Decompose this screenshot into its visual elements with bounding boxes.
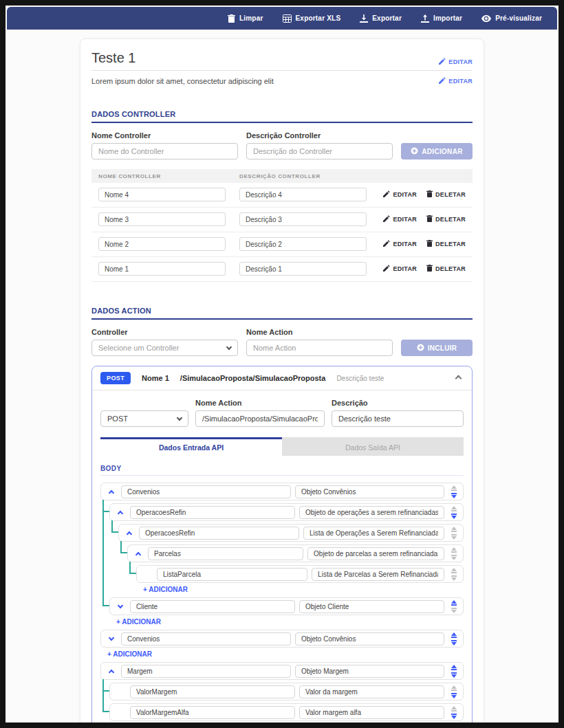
tree-node-row [136,565,464,583]
edit-title-label: EDITAR [448,58,473,65]
tree-node-desc-input[interactable] [299,706,444,719]
include-action-button[interactable]: INCLUIR [401,340,473,356]
delete-row-button[interactable]: DELETAR [426,265,466,273]
move-up-button[interactable] [451,600,457,606]
move-up-button[interactable] [451,632,457,638]
tree-node-name-input[interactable] [139,527,299,540]
row-desc-value[interactable] [239,212,367,226]
tree-add-link[interactable]: + ADICIONAR [143,586,188,593]
tree-node-name-input[interactable] [121,665,291,678]
row-desc-value[interactable] [239,237,367,251]
move-up-button[interactable] [451,665,457,670]
move-down-button[interactable] [451,608,457,613]
tab-dados-saida-api[interactable]: Dados Saída API [282,437,464,456]
move-down-button[interactable] [451,640,457,646]
tree-node-name-input[interactable] [121,485,291,498]
body-section-label: BODY [100,465,464,476]
edit-row-button[interactable]: EDITAR [383,190,417,199]
move-up-button[interactable] [451,485,457,491]
delete-row-button[interactable]: DELETAR [426,240,466,248]
delete-row-button[interactable]: DELETAR [426,190,466,199]
action-controller-label: Controller [91,328,238,336]
move-down-button[interactable] [451,534,457,540]
tree-node-desc-input[interactable] [299,506,444,519]
add-controller-button[interactable]: ADICIONAR [401,143,473,159]
move-up-button[interactable] [451,527,457,532]
tree-node-desc-input[interactable] [299,685,444,698]
controller-desc-input[interactable] [246,143,393,159]
edit-row-button[interactable]: EDITAR [383,240,417,248]
tree-node-desc-input[interactable] [312,568,444,581]
panel-description-input[interactable] [332,410,464,427]
chevron-up-icon[interactable] [455,375,462,382]
controller-name-label: Nome Controller [91,131,238,140]
expand-chevron-icon[interactable] [124,530,135,536]
tree-add-link[interactable]: + ADICIONAR [116,724,161,728]
tree-node-name-input[interactable] [121,632,291,646]
move-up-button[interactable] [451,706,457,712]
expand-chevron-icon[interactable] [106,668,117,674]
plus-circle-icon [417,344,424,353]
screenshot-frame: Limpar Exportar XLS Exportar Importar Pr… [0,0,564,728]
subtitle-row: Lorem ipsum dolor sit amet, consectetur … [91,77,473,85]
expand-chevron-icon[interactable] [115,509,126,516]
tree-node-desc-input[interactable] [295,665,444,678]
tab-dados-entrada-api[interactable]: Dados Entrada API [100,437,282,456]
row-name-value[interactable] [98,262,226,276]
edit-row-button[interactable]: EDITAR [383,215,417,223]
tree-node-name-input[interactable] [148,547,303,560]
move-down-button[interactable] [451,693,457,698]
delete-row-button[interactable]: DELETAR [426,215,466,223]
export-button[interactable]: Exportar [360,14,402,23]
tree-node-desc-input[interactable] [303,527,444,540]
row-desc-value[interactable] [239,188,367,201]
row-name-value[interactable] [98,212,226,226]
edit-title-button[interactable]: EDITAR [439,58,473,66]
panel-name-action-input[interactable] [195,410,325,427]
controller-table: NOME CONTROLLER DESCRIÇÃO CONTROLLER EDI… [91,169,473,282]
move-down-button[interactable] [451,493,457,498]
controller-name-input[interactable] [91,143,238,159]
edit-row-button[interactable]: EDITAR [383,265,417,273]
tree-node-desc-input[interactable] [299,600,444,613]
row-desc-value[interactable] [239,262,367,276]
export-xls-button[interactable]: Exportar XLS [283,14,341,23]
tree-node-row [127,544,464,562]
move-up-button[interactable] [451,685,457,691]
accordion-header[interactable]: POST Nome 1 /SimulacaoProposta/Simulacao… [92,366,472,390]
expand-chevron-icon[interactable] [115,605,126,608]
tree-node-name-input[interactable] [157,568,307,581]
method-select[interactable]: POST [100,410,188,427]
page-subtitle: Lorem ipsum dolor sit amet, consectetur … [91,77,274,85]
move-down-button[interactable] [451,672,457,678]
move-down-button[interactable] [451,714,457,719]
tree-node-name-input[interactable] [130,685,295,698]
preview-button[interactable]: Pré-visualizar [481,14,542,22]
controller-select[interactable]: Selecione um Controller [91,340,238,356]
action-name-input[interactable] [246,340,393,356]
expand-chevron-icon[interactable] [133,551,144,557]
tree-node-desc-input[interactable] [295,632,444,646]
edit-subtitle-button[interactable]: EDITAR [439,77,473,85]
reorder-spinner [448,506,459,519]
move-up-button[interactable] [451,506,457,511]
tree-add-link[interactable]: + ADICIONAR [116,618,161,626]
row-name-value[interactable] [98,188,226,201]
import-button[interactable]: Importar [421,14,462,23]
tree-node-desc-input[interactable] [295,485,444,498]
expand-chevron-icon[interactable] [106,637,117,640]
move-down-button[interactable] [451,575,457,581]
tree-node-desc-input[interactable] [307,547,444,560]
tree-node-name-input[interactable] [130,600,295,613]
expand-chevron-icon[interactable] [106,489,117,495]
move-up-button[interactable] [451,568,457,573]
move-up-button[interactable] [451,547,457,553]
column-header-desc: DESCRIÇÃO CONTROLLER [239,173,380,179]
row-name-value[interactable] [98,237,226,251]
move-down-button[interactable] [451,514,457,519]
move-down-button[interactable] [451,555,457,560]
tree-node-name-input[interactable] [130,706,295,719]
tree-node-name-input[interactable] [130,506,295,519]
tree-add-link[interactable]: + ADICIONAR [107,650,152,658]
clear-button[interactable]: Limpar [228,14,263,23]
